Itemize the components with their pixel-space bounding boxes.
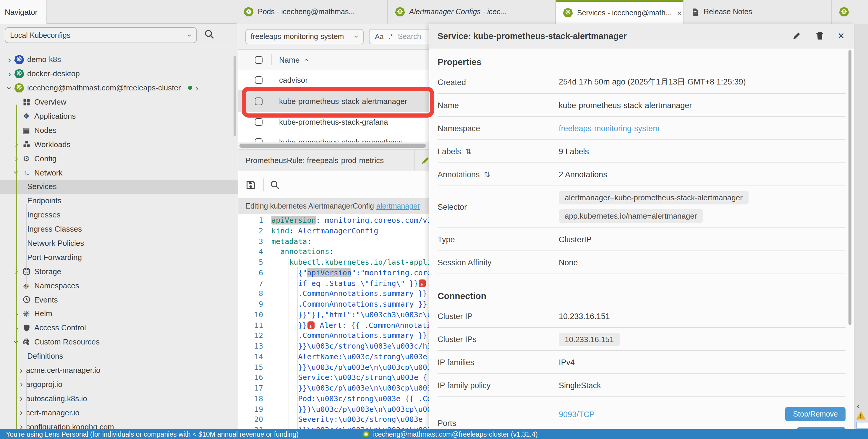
detail-value: kube-prometheus-stack-alertmanager — [559, 101, 692, 110]
sidebar-item-autoscaling-k8s-io[interactable]: ›autoscaling.k8s.io — [0, 392, 238, 406]
sidebar-item-nodes[interactable]: ▤Nodes — [0, 123, 238, 137]
tab-alertmanager-configs-icec[interactable]: ☸Alertmanager Configs - icec... — [388, 0, 556, 24]
detail-value: 10.233.16.151 — [559, 312, 610, 320]
chevron-right-icon[interactable]: › — [17, 367, 26, 373]
drawer-scrollbar[interactable] — [848, 50, 851, 325]
search-icon[interactable] — [204, 29, 216, 41]
sort-asc-icon[interactable]: › — [301, 59, 310, 61]
cluster-subtree-guide — [16, 105, 17, 429]
detail-label: Type — [438, 235, 559, 244]
drawer-body: PropertiesCreated254d 17h 50m ago (2025年… — [429, 48, 854, 429]
sidebar-item-events[interactable]: Events — [0, 293, 238, 307]
tab-item[interactable]: ☸ — [832, 0, 868, 24]
column-header-name[interactable]: Name — [279, 55, 300, 64]
line-number: 15 — [238, 362, 269, 373]
chevron-down-icon[interactable]: › — [6, 83, 12, 93]
sort-toggle-icon[interactable]: ⇅ — [465, 147, 472, 156]
sidebar-item-ingresses[interactable]: Ingresses — [0, 208, 238, 222]
line-content: }})\u003c/p\u003e\n\u003cp\u00 — [269, 404, 432, 414]
sidebar-item-applications[interactable]: ❖Applications — [0, 109, 238, 123]
detail-value[interactable]: freeleaps-monitoring-system — [559, 124, 659, 133]
sidebar-item-configuration-konghq-com[interactable]: ›configuration.konghq.com — [0, 419, 238, 429]
sidebar-item-icecheng-mathmast-com-freeleaps-cluster[interactable]: ›☸icecheng@mathmast.com@freeleaps-cluste… — [0, 81, 238, 95]
chevron-right-icon[interactable]: › — [196, 85, 198, 91]
close-tab-icon[interactable]: × — [676, 8, 683, 18]
nodes-icon: ▤ — [21, 126, 31, 135]
port-link[interactable]: 9093/TCP — [559, 410, 595, 418]
table-hscroll-thumb[interactable] — [240, 143, 426, 148]
partial-widget — [856, 422, 868, 429]
sidebar-item-config[interactable]: ›⚙Config — [0, 151, 238, 165]
tab-services-icecheng-math[interactable]: ☸Services - icecheng@math...× — [556, 0, 684, 24]
tab-release-notes[interactable]: Release Notes — [684, 0, 832, 24]
sidebar-item-acme-cert-manager-io[interactable]: ›acme.cert-manager.io — [0, 363, 238, 377]
sidebar-item-docker-desktop[interactable]: ›☸docker-desktop — [0, 67, 238, 81]
kubernetes-olive-icon: ☸ — [14, 83, 24, 93]
chevron-right-icon[interactable]: › — [17, 381, 26, 387]
value-badge: alertmanager=kube-prometheus-stack-alert… — [559, 191, 749, 204]
sidebar-item-label: Config — [34, 154, 57, 163]
save-icon[interactable] — [245, 179, 256, 190]
delete-icon[interactable] — [815, 31, 825, 41]
sidebar-item-endpoints[interactable]: Endpoints — [0, 194, 238, 208]
sidebar-item-custom-resources[interactable]: ›Custom Resources — [0, 335, 238, 349]
ports-list: 9093/TCPStop/Remove8080:reloader-web/TCP… — [559, 402, 845, 429]
tab-label: Alertmanager Configs - icec... — [409, 8, 506, 16]
puzzle-icon — [21, 338, 31, 346]
sidebar-item-argoproj-io[interactable]: ›argoproj.io — [0, 377, 238, 392]
match-case-toggle[interactable]: Aa — [375, 33, 383, 41]
dock-tab-title[interactable]: PrometheusRule: freepeals-prod-metrics — [238, 156, 384, 165]
sidebar-item-definitions[interactable]: Definitions — [0, 349, 238, 363]
regex-toggle[interactable]: .* — [388, 33, 393, 41]
kubeconfig-select[interactable]: Local Kubeconfigs › — [5, 27, 197, 43]
collapse-left-icon[interactable]: ‹ — [857, 401, 860, 411]
detail-row-namespace: Namespacefreeleaps-monitoring-system — [438, 117, 845, 140]
sidebar-item-access-control[interactable]: ›Access Control — [0, 321, 238, 335]
sidebar-item-cert-manager-io[interactable]: ›cert-manager.io — [0, 406, 238, 420]
line-number: 4 — [238, 247, 269, 257]
chevron-right-icon[interactable]: › — [5, 57, 14, 63]
sidebar-item-services[interactable]: Services — [0, 180, 238, 194]
sort-toggle-icon[interactable]: ⇅ — [484, 170, 491, 179]
sidebar-item-port-forwarding[interactable]: Port Forwarding — [0, 250, 238, 264]
sidebar-item-network-policies[interactable]: Network Policies — [0, 236, 238, 250]
detail-label: Ports — [438, 418, 559, 428]
line-number: 14 — [238, 351, 269, 362]
row-checkbox[interactable] — [255, 76, 262, 84]
sidebar-item-helm[interactable]: ›⎈Helm — [0, 307, 238, 321]
navigator-label: Navigator — [5, 7, 37, 16]
warning-icon — [856, 411, 866, 419]
editing-resource-link[interactable]: alertmanager — [376, 202, 420, 210]
sidebar-scrollbar[interactable] — [234, 56, 236, 136]
chevron-right-icon[interactable]: › — [17, 396, 26, 402]
row-checkbox[interactable] — [255, 97, 262, 105]
sidebar-item-demo-k8s[interactable]: ›☸demo-k8s — [0, 53, 238, 67]
sidebar-item-overview[interactable]: Overview — [0, 95, 238, 109]
kubernetes-green-icon: ☸ — [14, 69, 24, 79]
namespace-select[interactable]: freeleaps-monitoring-system › — [245, 29, 364, 44]
select-all-checkbox[interactable] — [255, 56, 262, 64]
detail-row-session-affinity: Session AffinityNone — [438, 251, 845, 274]
line-number: 3 — [238, 236, 269, 247]
sidebar-item-ingress-classes[interactable]: Ingress Classes — [0, 222, 238, 236]
sidebar-item-storage[interactable]: ›Storage — [0, 264, 238, 279]
row-checkbox[interactable] — [255, 118, 262, 126]
chevron-right-icon[interactable]: › — [5, 71, 14, 77]
tab-pods-icecheng-mathmas[interactable]: ☸Pods - icecheng@mathmas... — [237, 0, 388, 24]
editor-search-icon[interactable] — [270, 179, 280, 190]
sidebar-item-label: Ingress Classes — [27, 225, 82, 233]
edit-icon[interactable] — [792, 31, 802, 41]
chevron-right-icon[interactable]: › — [17, 424, 26, 429]
sidebar-item-workloads[interactable]: ›Workloads — [0, 137, 238, 151]
close-icon[interactable]: × — [838, 31, 844, 41]
sidebar-item-namespaces[interactable]: ◈Namespaces — [0, 279, 238, 293]
detail-label: IP families — [438, 358, 559, 367]
sidebar-item-network[interactable]: ›↑↓Network — [0, 165, 238, 180]
stop-remove-button[interactable]: Stop/Remove — [785, 407, 845, 421]
active-cluster-text[interactable]: icecheng@mathmast.com@freeleaps-cluster … — [373, 431, 538, 438]
chevron-right-icon[interactable]: › — [17, 409, 26, 415]
dock-divider — [414, 149, 415, 171]
sidebar-item-label: Port Forwarding — [27, 253, 82, 262]
detail-label: Namespace — [438, 124, 559, 133]
line-content: Severity:\u003c/strong\u003e — [269, 414, 427, 425]
